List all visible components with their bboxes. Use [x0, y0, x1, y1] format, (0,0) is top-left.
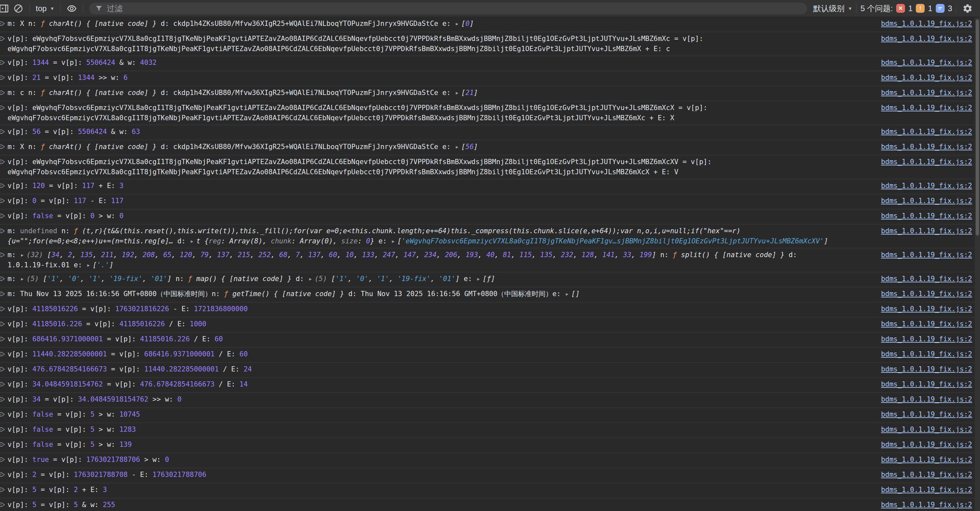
- source-link[interactable]: bdms_1.0.1.19_fix.js:2: [871, 455, 980, 465]
- expand-arrow-icon[interactable]: ▶: [477, 274, 480, 284]
- expand-arrow-icon[interactable]: ▶: [21, 274, 24, 284]
- console-message: v[p]: 41185016.226 = v[p]: 41185016226 /…: [8, 319, 871, 329]
- chevron-down-icon: ▼: [848, 6, 852, 11]
- console-message: v[p]: 56 = v[p]: 5506424 & w: 63: [8, 127, 871, 137]
- source-link[interactable]: bdms_1.0.1.19_fix.js:2: [871, 409, 980, 420]
- expand-arrow-icon[interactable]: ▶: [309, 274, 312, 284]
- expand-arrow-icon[interactable]: ▶: [456, 142, 458, 152]
- source-link[interactable]: bdms_1.0.1.19_fix.js:2: [871, 485, 980, 495]
- console-row: v[p]: 34.04845918154762 = v[p]: 476.6784…: [0, 378, 980, 393]
- source-link[interactable]: bdms_1.0.1.19_fix.js:2: [871, 439, 980, 450]
- console-message: v[p]: 2 = v[p]: 1763021788708 - E: 17630…: [8, 470, 871, 480]
- expand-arrow-icon[interactable]: ▶: [87, 260, 90, 270]
- message-source-badge-icon: [0, 350, 5, 361]
- expand-arrow-icon[interactable]: ▶: [456, 19, 458, 29]
- source-link[interactable]: bdms_1.0.1.19_fix.js:2: [871, 349, 980, 359]
- console-row: v[p]: eWgvhqF7obsvc6EpmziycV7XL8a0cgI1T8…: [0, 32, 980, 56]
- console-row: v[p]: 56 = v[p]: 5506424 & w: 63bdms_1.0…: [0, 125, 980, 140]
- console-message: v[p]: true = v[p]: 1763021788706 > w: 0: [8, 455, 871, 465]
- message-source-badge-icon: [0, 290, 5, 300]
- source-link[interactable]: bdms_1.0.1.19_fix.js:2: [871, 319, 980, 329]
- console-message: v[p]: 34 = v[p]: 34.04845918154762 >> w:…: [8, 395, 871, 404]
- console-message: v[p]: eWgvhqF7obsvc6EpmziycV7XL8a0cgI1T8…: [8, 157, 871, 177]
- log-level-selector[interactable]: 默认级别 ▼: [813, 3, 852, 14]
- message-source-badge-icon: [0, 20, 5, 30]
- source-link[interactable]: bdms_1.0.1.19_fix.js:2: [871, 379, 980, 390]
- source-link[interactable]: bdms_1.0.1.19_fix.js:2: [871, 142, 980, 152]
- source-link[interactable]: bdms_1.0.1.19_fix.js:2: [871, 103, 980, 113]
- source-link[interactable]: bdms_1.0.1.19_fix.js:2: [871, 500, 980, 510]
- filter-placeholder: 过滤: [107, 3, 123, 14]
- message-source-badge-icon: [0, 227, 5, 237]
- info-count: 3: [948, 4, 952, 13]
- settings-gear-icon[interactable]: [960, 1, 975, 16]
- message-source-badge-icon: [0, 158, 5, 169]
- warning-count: 1: [928, 4, 932, 13]
- console-row: v[p]: eWgvhqF7obsvc6EpmziycV7XL8a0cgI1T8…: [0, 101, 980, 125]
- message-source-badge-icon: [0, 35, 5, 45]
- filter-input[interactable]: 过滤: [89, 3, 807, 14]
- source-link[interactable]: bdms_1.0.1.19_fix.js:2: [871, 196, 980, 206]
- issues-summary[interactable]: 5 个问题: ✕ 1 ! 1 3: [861, 3, 952, 14]
- source-link[interactable]: bdms_1.0.1.19_fix.js:2: [871, 181, 980, 191]
- message-source-badge-icon: [0, 212, 5, 223]
- message-source-badge-icon: [0, 396, 5, 406]
- console-row: v[p]: 21 = v[p]: 1344 >> w: 6bdms_1.0.1.…: [0, 71, 980, 86]
- console-message: m: X n: ƒ charAt() { [native code] } d: …: [8, 19, 871, 29]
- source-link[interactable]: bdms_1.0.1.19_fix.js:2: [871, 19, 980, 29]
- source-link[interactable]: bdms_1.0.1.19_fix.js:2: [871, 304, 980, 314]
- message-source-badge-icon: [0, 182, 5, 192]
- source-link[interactable]: bdms_1.0.1.19_fix.js:2: [871, 425, 980, 435]
- toolbar-divider: [83, 3, 83, 13]
- console-message: v[p]: 686416.9371000001 = v[p]: 41185016…: [8, 334, 871, 344]
- live-expression-eye-icon[interactable]: [65, 1, 79, 16]
- console-message: v[p]: 120 = v[p]: 117 + E: 3: [8, 181, 871, 191]
- console-row: m: Thu Nov 13 2025 16:16:56 GMT+0800（中国标…: [0, 287, 980, 302]
- source-link[interactable]: bdms_1.0.1.19_fix.js:2: [871, 395, 980, 404]
- source-link[interactable]: bdms_1.0.1.19_fix.js:2: [871, 250, 980, 260]
- console-message: v[p]: 41185016226 = v[p]: 1763021816226 …: [8, 304, 871, 314]
- console-row: v[p]: 2 = v[p]: 1763021788708 - E: 17630…: [0, 468, 980, 483]
- console-row: v[p]: 686416.9371000001 = v[p]: 41185016…: [0, 333, 980, 347]
- filter-funnel-icon: [95, 5, 103, 13]
- clear-console-icon[interactable]: [11, 1, 25, 16]
- console-message: v[p]: false = v[p]: 5 > w: 1283: [8, 425, 871, 435]
- message-source-badge-icon: [0, 426, 5, 436]
- console-log: m: X n: ƒ charAt() { [native code] } d: …: [0, 17, 980, 511]
- source-link[interactable]: bdms_1.0.1.19_fix.js:2: [871, 88, 980, 98]
- console-row: v[p]: 5 = v[p]: 2 + E: 3bdms_1.0.1.19_fi…: [0, 483, 980, 498]
- expand-arrow-icon[interactable]: ▶: [392, 236, 395, 246]
- source-link[interactable]: bdms_1.0.1.19_fix.js:2: [871, 289, 980, 299]
- source-link[interactable]: bdms_1.0.1.19_fix.js:2: [871, 274, 980, 284]
- console-message: v[p]: eWgvhqF7obsvc6EpmziycV7XL8a0cgI1T8…: [8, 103, 871, 123]
- source-link[interactable]: bdms_1.0.1.19_fix.js:2: [871, 226, 980, 236]
- vertical-scrollbar[interactable]: [975, 18, 980, 511]
- source-link[interactable]: bdms_1.0.1.19_fix.js:2: [871, 334, 980, 344]
- context-selector[interactable]: top ▼: [34, 4, 56, 13]
- source-link[interactable]: bdms_1.0.1.19_fix.js:2: [871, 58, 980, 68]
- source-link[interactable]: bdms_1.0.1.19_fix.js:2: [871, 364, 980, 374]
- expand-arrow-icon[interactable]: ▶: [566, 289, 569, 299]
- console-row: v[p]: 476.67842854166673 = v[p]: 11440.2…: [0, 363, 980, 378]
- expand-arrow-icon[interactable]: ▶: [21, 250, 24, 260]
- message-source-badge-icon: [0, 143, 5, 153]
- console-sidebar-toggle-icon[interactable]: [0, 1, 11, 16]
- source-link[interactable]: bdms_1.0.1.19_fix.js:2: [871, 73, 980, 83]
- console-row: v[p]: 5 = v[p]: 5 & w: 255bdms_1.0.1.19_…: [0, 498, 980, 511]
- console-message: v[p]: false = v[p]: 0 > w: 0: [8, 211, 871, 221]
- source-link[interactable]: bdms_1.0.1.19_fix.js:2: [871, 157, 980, 167]
- source-link[interactable]: bdms_1.0.1.19_fix.js:2: [871, 127, 980, 137]
- source-link[interactable]: bdms_1.0.1.19_fix.js:2: [871, 470, 980, 480]
- toolbar-divider: [956, 3, 956, 13]
- console-message: m: undefined n: ƒ (t,r){t&&(this.reset()…: [8, 226, 871, 246]
- message-source-badge-icon: [0, 251, 5, 261]
- console-message: m: ▶(5) ['1', '0', '1', '19-fix', '01'] …: [8, 274, 871, 284]
- source-link[interactable]: bdms_1.0.1.19_fix.js:2: [871, 211, 980, 221]
- source-link[interactable]: bdms_1.0.1.19_fix.js:2: [871, 34, 980, 44]
- console-row: m: X n: ƒ charAt() { [native code] } d: …: [0, 17, 980, 32]
- console-message: m: ▶(32) [34, 2, 135, 211, 192, 208, 65,…: [8, 250, 871, 270]
- console-message: v[p]: 11440.282285000001 = v[p]: 686416.…: [8, 349, 871, 359]
- scrollbar-thumb[interactable]: [976, 19, 979, 236]
- expand-arrow-icon[interactable]: ▶: [191, 236, 193, 246]
- expand-arrow-icon[interactable]: ▶: [456, 88, 458, 98]
